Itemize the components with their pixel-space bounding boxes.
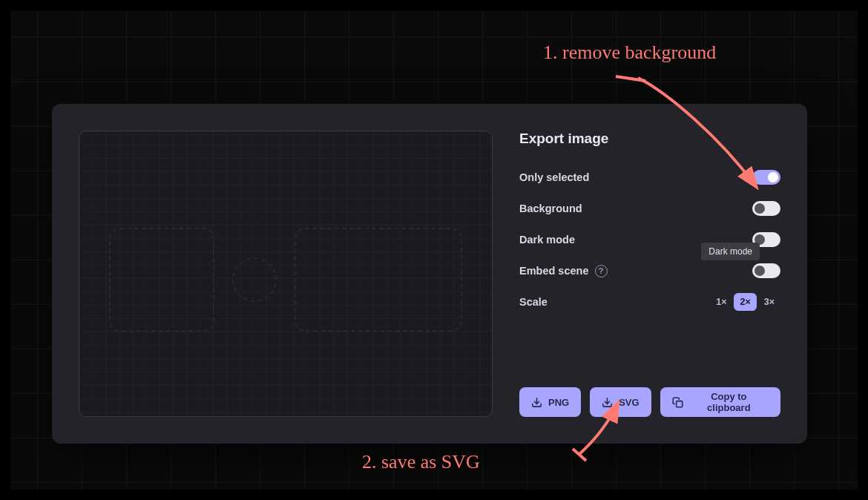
dark-mode-toggle[interactable] (752, 232, 780, 247)
preview-shape (232, 257, 277, 302)
option-label: Embed scene ? (519, 265, 608, 277)
embed-scene-toggle[interactable] (752, 263, 780, 278)
scale-3x-button[interactable]: 3× (758, 293, 780, 311)
export-controls: Export image Only selected Background Da… (519, 131, 780, 417)
scale-1x-button[interactable]: 1× (710, 293, 732, 311)
option-only-selected-row: Only selected (519, 162, 780, 193)
option-label: Background (519, 203, 582, 214)
option-label: Dark mode (519, 234, 575, 246)
export-svg-label: SVG (619, 397, 639, 408)
option-scale-row: Scale 1× 2× 3× (519, 286, 780, 318)
preview-shapes (109, 228, 462, 332)
export-png-button[interactable]: PNG (519, 387, 581, 417)
export-actions: PNG SVG Copy to clipboard (519, 387, 780, 417)
option-label: Scale (519, 296, 548, 308)
scale-2x-button[interactable]: 2× (734, 293, 756, 311)
option-background-row: Background (519, 193, 780, 224)
only-selected-toggle[interactable] (752, 170, 780, 185)
export-png-label: PNG (548, 397, 569, 408)
option-dark-mode-row: Dark mode (519, 224, 780, 255)
option-label: Only selected (519, 171, 589, 183)
download-icon (602, 397, 613, 408)
embed-scene-label-text: Embed scene (519, 265, 589, 277)
copy-label: Copy to clipboard (689, 391, 769, 413)
background-toggle[interactable] (752, 201, 780, 216)
help-icon[interactable]: ? (595, 265, 608, 277)
option-embed-scene-row: Embed scene ? (519, 255, 780, 286)
copy-to-clipboard-button[interactable]: Copy to clipboard (660, 387, 780, 417)
svg-rect-2 (676, 401, 682, 407)
export-svg-button[interactable]: SVG (590, 387, 651, 417)
scale-button-group: 1× 2× 3× (710, 293, 780, 311)
preview-shape (295, 228, 462, 332)
dialog-title: Export image (519, 131, 780, 147)
download-icon (531, 397, 542, 408)
export-image-dialog: Export image Only selected Background Da… (52, 104, 807, 444)
copy-icon (672, 397, 683, 408)
preview-shape (109, 228, 214, 332)
export-preview-panel (79, 131, 493, 417)
